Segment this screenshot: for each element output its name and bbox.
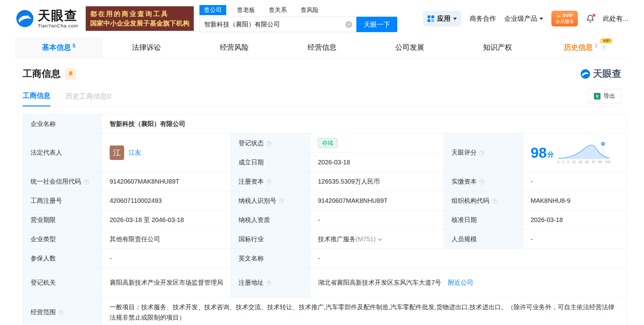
reg-authority-label: 登记机关 <box>23 268 102 298</box>
table-row: 企业类型 其他有限责任公司 国标行业 技术推广服务(M751) 人员规模 - <box>23 230 627 249</box>
search-area: 查公司 查老板 查关系 查风险 × 天眼一下 <box>199 5 397 32</box>
help-icon[interactable]: ? <box>266 141 272 146</box>
search-input[interactable] <box>200 17 356 32</box>
subtab-business-info[interactable]: 工商信息 <box>23 91 50 106</box>
table-row: 工商注册号 420607110002493 纳税人识别号? 91420607MA… <box>23 191 627 210</box>
tab-company-development[interactable]: 公司发展 <box>366 37 454 58</box>
brand-logo[interactable]: 天眼查 TianYanCha.com <box>16 9 78 28</box>
caret-down-icon <box>539 18 543 20</box>
tab-label: 历史信息 <box>564 43 593 52</box>
apps-menu-button[interactable]: 应用 <box>423 11 461 26</box>
notification-dot <box>593 14 595 17</box>
org-code-value: MAK8NHU8-9 <box>523 191 627 210</box>
search-tab-relations[interactable]: 查关系 <box>266 5 290 15</box>
search-tab-company[interactable]: 查公司 <box>199 5 226 15</box>
search-row: × 天眼一下 <box>199 17 397 32</box>
help-icon[interactable]: ? <box>279 198 284 204</box>
help-icon[interactable]: ? <box>479 179 485 185</box>
export-label: 导出 <box>603 92 615 100</box>
chevron-down-icon[interactable] <box>378 237 382 241</box>
table-row: 营业期限 2026-03-18 至 2046-03-18 纳税人资质 - 核准日… <box>23 210 627 230</box>
reg-capital-label: 注册资本? <box>231 172 310 191</box>
tab-operational-risk[interactable]: 经营风险 <box>190 37 278 58</box>
clear-search-icon[interactable]: × <box>345 21 352 28</box>
company-type-label: 企业类型 <box>23 230 102 249</box>
established-date-label: 成立日期 <box>231 153 310 172</box>
promo-tagline: 都在用的商业查询工具 国家中小企业发展子基金旗下机构 <box>86 6 194 31</box>
tianyancha-watermark: 天眼查 <box>580 67 621 80</box>
enterprise-products-link[interactable]: 企业级产品 <box>504 14 543 23</box>
table-row: 法定代表人 江 江友 登记状态? 存续 天眼评分? <box>23 134 627 153</box>
credit-code-value: 91420607MAK8NHU89T <box>102 172 231 191</box>
nearby-companies-link[interactable]: 附近公司 <box>448 279 473 286</box>
staff-size-value: - <box>523 230 627 249</box>
taxpayer-qualification-label: 纳税人资质 <box>231 210 310 230</box>
export-button[interactable]: X 导出 <box>588 89 621 103</box>
legal-rep-link[interactable]: 江友 <box>129 148 141 157</box>
help-icon[interactable]: ? <box>266 281 272 286</box>
tab-count: 3 <box>595 43 597 49</box>
score-label: 天眼评分? <box>444 134 523 172</box>
tab-label: 基本信息 <box>42 43 71 52</box>
business-term-label: 营业期限 <box>23 210 102 230</box>
avatar[interactable]: 江 <box>110 145 124 160</box>
help-icon[interactable]: ? <box>266 179 272 185</box>
user-menu[interactable]: 此处有... <box>603 14 628 23</box>
business-scope-value: 一般项目：技术服务、技术开发、技术咨询、技术交流、技术转让、技术推广,汽车零部件… <box>102 298 627 325</box>
search-tab-boss[interactable]: 查老板 <box>234 5 258 15</box>
svip-sub-label: 会员服务 <box>555 19 574 25</box>
table-row: 参保人数 - 英文名称 - <box>23 249 627 268</box>
industry-label: 国标行业 <box>231 230 310 249</box>
tab-label: 知识产权 <box>483 43 512 52</box>
tab-legal-proceedings[interactable]: 法律诉讼 <box>103 37 191 58</box>
watermark-text: 天眼查 <box>593 67 621 80</box>
tab-label: 经营风险 <box>220 43 249 52</box>
help-icon[interactable]: ? <box>492 198 497 204</box>
tab-label: 经营信息 <box>308 43 336 52</box>
address-value: 湖北省襄阳高新技术开发区东风汽车大道7号 附近公司 <box>310 268 627 298</box>
subscribe-bell-icon[interactable] <box>65 68 76 80</box>
crown-icon <box>556 14 561 18</box>
tianyancha-logo-icon <box>580 69 590 79</box>
help-icon[interactable]: ? <box>83 179 89 185</box>
help-icon[interactable]: ? <box>58 310 64 316</box>
cooperation-label: 商务合作 <box>469 14 496 23</box>
taxpayer-qualification-value: - <box>310 210 444 230</box>
credit-code-label: 统一社会信用代码? <box>23 172 102 191</box>
legal-rep-label: 法定代表人 <box>23 134 102 172</box>
tab-label: 公司发展 <box>395 43 424 52</box>
tab-intellectual-property[interactable]: 知识产权 <box>454 37 542 58</box>
top-header: 天眼查 TianYanCha.com 都在用的商业查询工具 国家中小企业发展子基… <box>0 0 644 37</box>
tab-basic-info[interactable]: 基本信息 5 <box>15 37 103 58</box>
notification-bell-icon[interactable] <box>586 14 595 23</box>
legal-rep-cell: 江 江友 <box>102 134 231 172</box>
header-right-nav: 应用 商务合作 企业级产品 SVIP 会员服务 此处有... <box>423 11 628 26</box>
tab-business-info[interactable]: 经营信息 <box>278 37 366 58</box>
help-icon[interactable]: ? <box>601 45 607 50</box>
industry-value: 技术推广服务(M751) <box>310 230 444 249</box>
english-name-label: 英文名称 <box>231 249 310 268</box>
business-term-value: 2026-03-18 至 2046-03-18 <box>102 210 231 230</box>
help-icon[interactable]: ? <box>479 151 485 156</box>
company-name-label: 企业名称 <box>23 114 102 134</box>
staff-size-label: 人员规模 <box>444 230 523 249</box>
brand-name: 天眼查 <box>38 9 78 22</box>
search-button[interactable]: 天眼一下 <box>356 17 397 32</box>
business-cooperation-link[interactable]: 商务合作 <box>469 14 496 23</box>
main-content: 工商信息 天眼查 工商信息 历史工商信息0 X 导出 <box>0 67 644 325</box>
page-title: 工商信息 <box>23 67 60 80</box>
score-axis: 0131550839799100 <box>557 160 610 164</box>
address-label: 注册地址? <box>231 268 310 298</box>
svip-badge[interactable]: SVIP 会员服务 <box>551 11 578 26</box>
company-name-value: 智新科技（襄阳）有限公司 <box>102 114 627 134</box>
tab-label: 法律诉讼 <box>132 43 161 52</box>
tab-history-info[interactable]: VIP 历史信息 3 ? <box>541 37 629 58</box>
subtab-history-business-info[interactable]: 历史工商信息0 <box>66 92 111 106</box>
tab-count: 5 <box>72 43 75 49</box>
company-type-value: 其他有限责任公司 <box>102 230 231 249</box>
subtab-row: 工商信息 历史工商信息0 X 导出 <box>23 91 621 106</box>
score-cell: 98分 0131550839799100 <box>523 134 627 172</box>
taxpayer-id-value: 91420607MAK8NHU89T <box>310 191 444 210</box>
tagline-line1: 都在用的商业查询工具 <box>90 9 189 19</box>
search-tab-risk[interactable]: 查风险 <box>297 5 322 15</box>
